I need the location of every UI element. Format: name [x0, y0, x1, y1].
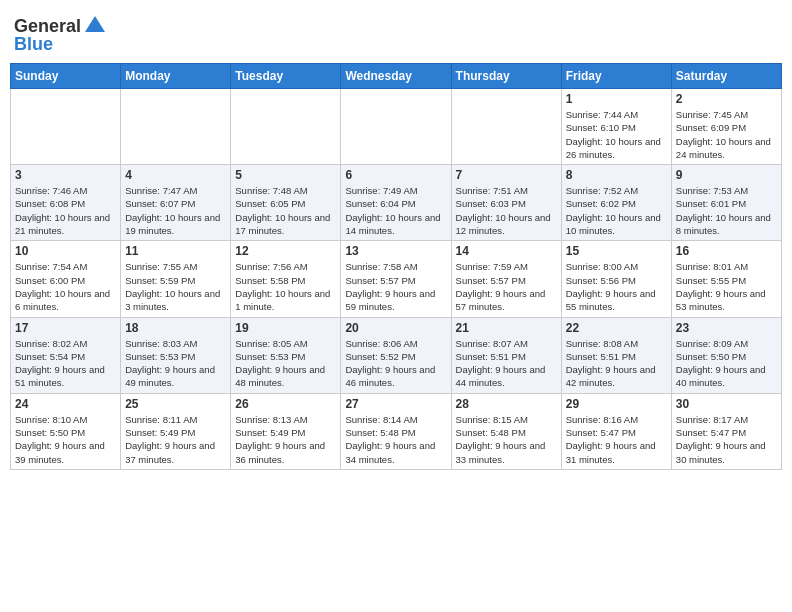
day-number: 18 [125, 321, 226, 335]
day-number: 3 [15, 168, 116, 182]
calendar-cell: 20Sunrise: 8:06 AM Sunset: 5:52 PM Dayli… [341, 317, 451, 393]
calendar-cell: 29Sunrise: 8:16 AM Sunset: 5:47 PM Dayli… [561, 393, 671, 469]
calendar-week-row: 1Sunrise: 7:44 AM Sunset: 6:10 PM Daylig… [11, 89, 782, 165]
calendar-week-row: 3Sunrise: 7:46 AM Sunset: 6:08 PM Daylig… [11, 165, 782, 241]
day-number: 23 [676, 321, 777, 335]
day-info: Sunrise: 8:01 AM Sunset: 5:55 PM Dayligh… [676, 260, 777, 313]
calendar-cell: 25Sunrise: 8:11 AM Sunset: 5:49 PM Dayli… [121, 393, 231, 469]
calendar-week-row: 10Sunrise: 7:54 AM Sunset: 6:00 PM Dayli… [11, 241, 782, 317]
calendar-cell: 24Sunrise: 8:10 AM Sunset: 5:50 PM Dayli… [11, 393, 121, 469]
day-info: Sunrise: 8:02 AM Sunset: 5:54 PM Dayligh… [15, 337, 116, 390]
weekday-header-row: SundayMondayTuesdayWednesdayThursdayFrid… [11, 64, 782, 89]
day-number: 28 [456, 397, 557, 411]
day-info: Sunrise: 8:03 AM Sunset: 5:53 PM Dayligh… [125, 337, 226, 390]
day-info: Sunrise: 8:15 AM Sunset: 5:48 PM Dayligh… [456, 413, 557, 466]
day-info: Sunrise: 7:52 AM Sunset: 6:02 PM Dayligh… [566, 184, 667, 237]
calendar-cell: 22Sunrise: 8:08 AM Sunset: 5:51 PM Dayli… [561, 317, 671, 393]
calendar-cell: 15Sunrise: 8:00 AM Sunset: 5:56 PM Dayli… [561, 241, 671, 317]
day-info: Sunrise: 7:45 AM Sunset: 6:09 PM Dayligh… [676, 108, 777, 161]
day-info: Sunrise: 8:11 AM Sunset: 5:49 PM Dayligh… [125, 413, 226, 466]
weekday-header-sunday: Sunday [11, 64, 121, 89]
weekday-header-monday: Monday [121, 64, 231, 89]
day-number: 27 [345, 397, 446, 411]
day-info: Sunrise: 8:10 AM Sunset: 5:50 PM Dayligh… [15, 413, 116, 466]
calendar-cell: 16Sunrise: 8:01 AM Sunset: 5:55 PM Dayli… [671, 241, 781, 317]
day-number: 11 [125, 244, 226, 258]
day-info: Sunrise: 8:13 AM Sunset: 5:49 PM Dayligh… [235, 413, 336, 466]
calendar-cell: 2Sunrise: 7:45 AM Sunset: 6:09 PM Daylig… [671, 89, 781, 165]
calendar-cell [341, 89, 451, 165]
calendar-cell: 1Sunrise: 7:44 AM Sunset: 6:10 PM Daylig… [561, 89, 671, 165]
day-info: Sunrise: 7:58 AM Sunset: 5:57 PM Dayligh… [345, 260, 446, 313]
calendar-cell: 26Sunrise: 8:13 AM Sunset: 5:49 PM Dayli… [231, 393, 341, 469]
calendar-cell [451, 89, 561, 165]
day-info: Sunrise: 7:51 AM Sunset: 6:03 PM Dayligh… [456, 184, 557, 237]
weekday-header-friday: Friday [561, 64, 671, 89]
calendar-cell: 12Sunrise: 7:56 AM Sunset: 5:58 PM Dayli… [231, 241, 341, 317]
day-info: Sunrise: 8:09 AM Sunset: 5:50 PM Dayligh… [676, 337, 777, 390]
day-number: 10 [15, 244, 116, 258]
calendar-cell: 28Sunrise: 8:15 AM Sunset: 5:48 PM Dayli… [451, 393, 561, 469]
calendar-cell: 7Sunrise: 7:51 AM Sunset: 6:03 PM Daylig… [451, 165, 561, 241]
day-info: Sunrise: 8:14 AM Sunset: 5:48 PM Dayligh… [345, 413, 446, 466]
day-info: Sunrise: 7:55 AM Sunset: 5:59 PM Dayligh… [125, 260, 226, 313]
day-info: Sunrise: 8:00 AM Sunset: 5:56 PM Dayligh… [566, 260, 667, 313]
calendar-week-row: 24Sunrise: 8:10 AM Sunset: 5:50 PM Dayli… [11, 393, 782, 469]
weekday-header-thursday: Thursday [451, 64, 561, 89]
calendar-cell: 30Sunrise: 8:17 AM Sunset: 5:47 PM Dayli… [671, 393, 781, 469]
day-info: Sunrise: 7:53 AM Sunset: 6:01 PM Dayligh… [676, 184, 777, 237]
day-number: 30 [676, 397, 777, 411]
calendar-cell [231, 89, 341, 165]
day-number: 6 [345, 168, 446, 182]
calendar-cell [121, 89, 231, 165]
day-number: 26 [235, 397, 336, 411]
day-number: 4 [125, 168, 226, 182]
calendar-cell: 23Sunrise: 8:09 AM Sunset: 5:50 PM Dayli… [671, 317, 781, 393]
day-number: 7 [456, 168, 557, 182]
day-info: Sunrise: 8:17 AM Sunset: 5:47 PM Dayligh… [676, 413, 777, 466]
day-number: 8 [566, 168, 667, 182]
day-number: 15 [566, 244, 667, 258]
day-number: 16 [676, 244, 777, 258]
calendar-cell: 18Sunrise: 8:03 AM Sunset: 5:53 PM Dayli… [121, 317, 231, 393]
day-number: 21 [456, 321, 557, 335]
calendar-cell [11, 89, 121, 165]
calendar-cell: 9Sunrise: 7:53 AM Sunset: 6:01 PM Daylig… [671, 165, 781, 241]
day-number: 12 [235, 244, 336, 258]
day-number: 25 [125, 397, 226, 411]
day-info: Sunrise: 7:47 AM Sunset: 6:07 PM Dayligh… [125, 184, 226, 237]
day-info: Sunrise: 7:56 AM Sunset: 5:58 PM Dayligh… [235, 260, 336, 313]
day-info: Sunrise: 7:48 AM Sunset: 6:05 PM Dayligh… [235, 184, 336, 237]
calendar-week-row: 17Sunrise: 8:02 AM Sunset: 5:54 PM Dayli… [11, 317, 782, 393]
calendar-cell: 4Sunrise: 7:47 AM Sunset: 6:07 PM Daylig… [121, 165, 231, 241]
logo: General Blue [14, 14, 107, 55]
day-info: Sunrise: 8:06 AM Sunset: 5:52 PM Dayligh… [345, 337, 446, 390]
day-info: Sunrise: 8:16 AM Sunset: 5:47 PM Dayligh… [566, 413, 667, 466]
day-number: 5 [235, 168, 336, 182]
day-info: Sunrise: 7:49 AM Sunset: 6:04 PM Dayligh… [345, 184, 446, 237]
calendar-cell: 21Sunrise: 8:07 AM Sunset: 5:51 PM Dayli… [451, 317, 561, 393]
day-info: Sunrise: 8:05 AM Sunset: 5:53 PM Dayligh… [235, 337, 336, 390]
weekday-header-tuesday: Tuesday [231, 64, 341, 89]
day-number: 2 [676, 92, 777, 106]
day-number: 29 [566, 397, 667, 411]
calendar-cell: 11Sunrise: 7:55 AM Sunset: 5:59 PM Dayli… [121, 241, 231, 317]
day-info: Sunrise: 8:08 AM Sunset: 5:51 PM Dayligh… [566, 337, 667, 390]
day-number: 9 [676, 168, 777, 182]
calendar-cell: 6Sunrise: 7:49 AM Sunset: 6:04 PM Daylig… [341, 165, 451, 241]
page-header: General Blue [10, 10, 782, 55]
day-number: 17 [15, 321, 116, 335]
day-info: Sunrise: 8:07 AM Sunset: 5:51 PM Dayligh… [456, 337, 557, 390]
day-number: 1 [566, 92, 667, 106]
day-number: 22 [566, 321, 667, 335]
logo-icon [83, 14, 107, 38]
calendar-cell: 17Sunrise: 8:02 AM Sunset: 5:54 PM Dayli… [11, 317, 121, 393]
calendar-cell: 5Sunrise: 7:48 AM Sunset: 6:05 PM Daylig… [231, 165, 341, 241]
calendar-cell: 8Sunrise: 7:52 AM Sunset: 6:02 PM Daylig… [561, 165, 671, 241]
calendar-cell: 27Sunrise: 8:14 AM Sunset: 5:48 PM Dayli… [341, 393, 451, 469]
day-number: 24 [15, 397, 116, 411]
calendar-cell: 3Sunrise: 7:46 AM Sunset: 6:08 PM Daylig… [11, 165, 121, 241]
day-info: Sunrise: 7:59 AM Sunset: 5:57 PM Dayligh… [456, 260, 557, 313]
weekday-header-wednesday: Wednesday [341, 64, 451, 89]
svg-marker-0 [85, 16, 105, 32]
